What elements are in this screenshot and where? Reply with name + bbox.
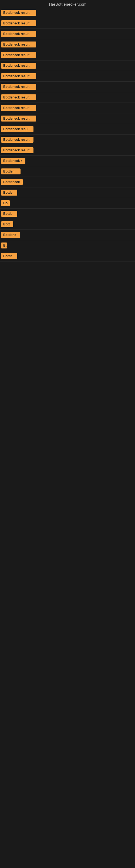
bottleneck-result-badge[interactable]: Bottleneck result xyxy=(1,137,34,143)
bottleneck-result-badge[interactable]: Bottleneck result xyxy=(1,10,36,16)
list-item: Bottleneck resul xyxy=(0,124,135,134)
list-item: Bottleneck result xyxy=(0,145,135,156)
bottleneck-result-badge[interactable]: Bottleneck result xyxy=(1,73,36,79)
bottleneck-result-badge[interactable]: Bottlene xyxy=(1,232,20,238)
list-item: Bottle xyxy=(0,251,135,261)
bottleneck-result-badge[interactable]: Bottleneck result xyxy=(1,41,36,48)
bottleneck-result-badge[interactable]: Bottle xyxy=(1,211,17,217)
list-item: Bottle xyxy=(0,209,135,219)
list-item: Bottleneck result xyxy=(0,92,135,103)
list-item: Bottleneck xyxy=(0,177,135,187)
bottleneck-result-badge[interactable]: Bottleneck result xyxy=(1,147,34,153)
list-item: Bottleneck result xyxy=(0,82,135,92)
list-item: Bottleneck result xyxy=(0,134,135,145)
bottleneck-result-badge[interactable]: Bottleneck resul xyxy=(1,126,34,132)
bottleneck-result-badge[interactable]: Bottleneck result xyxy=(1,94,36,100)
list-item: Bottleneck result xyxy=(0,71,135,82)
list-item: Bottleneck result xyxy=(0,50,135,61)
bottleneck-result-badge[interactable]: Bottleneck xyxy=(1,179,23,185)
bottleneck-result-badge[interactable]: Bottleneck r xyxy=(1,158,26,164)
bottleneck-result-badge[interactable]: Bottleneck result xyxy=(1,105,36,111)
bottleneck-result-badge[interactable]: Bottleneck result xyxy=(1,31,36,37)
list-item: Bottleneck result xyxy=(0,8,135,18)
site-title: TheBottlenecker.com xyxy=(0,0,135,8)
list-item: Bottlene xyxy=(0,230,135,240)
bottleneck-result-badge[interactable]: Bott xyxy=(1,221,13,227)
bottleneck-result-badge[interactable]: Bottleneck result xyxy=(1,116,36,122)
list-item: Bottleneck result xyxy=(0,113,135,124)
list-item: Bottleneck result xyxy=(0,103,135,113)
list-item: Bottleneck result xyxy=(0,29,135,39)
list-item: Bo xyxy=(0,198,135,209)
bottleneck-result-badge[interactable]: Bottle xyxy=(1,190,17,195)
bottleneck-result-badge[interactable]: Bottleneck result xyxy=(1,52,36,58)
bottleneck-result-badge[interactable]: Bottlen xyxy=(1,168,20,175)
bottleneck-result-badge[interactable]: Bottle xyxy=(1,253,17,259)
bottleneck-result-badge[interactable]: Bottleneck result xyxy=(1,20,36,26)
list-item: Bottlen xyxy=(0,166,135,177)
list-item: Bottleneck result xyxy=(0,18,135,29)
list-item: Bott xyxy=(0,219,135,230)
list-item: Bottleneck result xyxy=(0,61,135,71)
list-item: B xyxy=(0,240,135,251)
list-item: Bottleneck result xyxy=(0,39,135,50)
list-item: Bottle xyxy=(0,187,135,198)
bottleneck-result-badge[interactable]: B xyxy=(1,243,7,248)
bottleneck-result-badge[interactable]: Bo xyxy=(1,200,10,206)
list-item: Bottleneck r xyxy=(0,156,135,166)
bottleneck-result-badge[interactable]: Bottleneck result xyxy=(1,63,36,69)
bottleneck-result-badge[interactable]: Bottleneck result xyxy=(1,84,36,90)
